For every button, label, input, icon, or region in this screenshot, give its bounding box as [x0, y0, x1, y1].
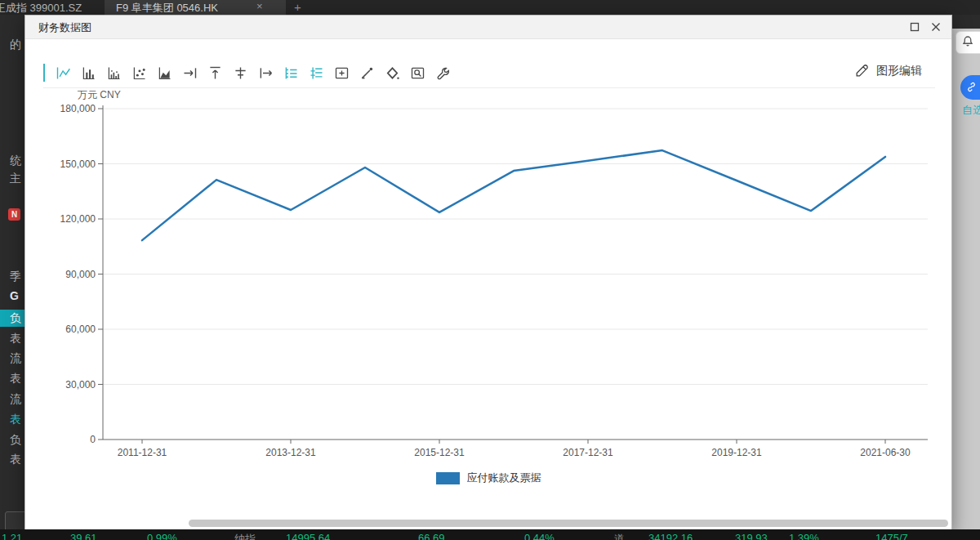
svg-text:0: 0 — [90, 434, 96, 445]
dialog-titlebar[interactable]: 财务数据图 — [25, 16, 951, 39]
add-panel-icon-button[interactable] — [332, 62, 353, 83]
link-share-pill[interactable] — [960, 75, 980, 100]
finance-data-chart-dialog: 财务数据图 — [24, 15, 952, 533]
tab-fufeng-0546[interactable]: F9 阜丰集团 0546.HK × — [105, 0, 286, 15]
svg-text:2015-12-31: 2015-12-31 — [414, 447, 465, 458]
scatter-chart-icon-button[interactable] — [129, 62, 150, 83]
graph-edit-label: 图形编辑 — [876, 64, 922, 78]
close-button[interactable] — [927, 19, 945, 35]
sidebar-partial-item[interactable]: 表 — [10, 332, 21, 346]
settings-wrench-icon-button[interactable] — [433, 62, 454, 83]
svg-text:2019-12-31: 2019-12-31 — [711, 447, 762, 458]
sidebar-partial-item[interactable]: N — [8, 208, 20, 221]
zoom-area-icon-button[interactable] — [408, 62, 429, 83]
legend-swatch — [436, 472, 460, 484]
status-item: 34192.16 — [648, 532, 693, 540]
finance-chart[interactable]: 030,00060,00090,000120,000150,000180,000… — [25, 83, 953, 524]
legend-style-2-icon — [308, 65, 325, 82]
sidebar-partial-item[interactable]: 表 — [10, 453, 21, 467]
legend-label: 应付账款及票据 — [467, 471, 541, 485]
sidebar-partial-item[interactable]: 表 — [10, 413, 21, 427]
status-item: 道 — [614, 532, 625, 540]
graph-edit-button[interactable]: 图形编辑 — [854, 63, 922, 78]
sidebar-partial-item[interactable]: 统 — [10, 154, 21, 168]
pencil-edit-icon — [854, 63, 870, 78]
center-axis-icon — [232, 65, 249, 82]
maximize-button[interactable] — [906, 19, 924, 35]
sidebar-partial-item[interactable]: 流 — [10, 351, 21, 366]
shift-right-alt-icon-button[interactable] — [256, 62, 277, 83]
watchlist-label[interactable]: 自选 — [962, 103, 980, 118]
legend-style-1-icon — [283, 65, 300, 82]
trend-line-icon — [359, 65, 376, 82]
tab-index-399001[interactable]: 正成指 399001.SZ — [0, 1, 82, 15]
fill-style-icon-button[interactable] — [382, 62, 403, 83]
shift-right-alt-icon — [257, 65, 274, 82]
status-item: 1.21 — [2, 532, 22, 540]
line-chart-icon-button[interactable] — [53, 62, 74, 83]
sidebar-partial-item[interactable]: 流 — [10, 392, 21, 407]
svg-text:2017-12-31: 2017-12-31 — [563, 447, 613, 458]
svg-text:2013-12-31: 2013-12-31 — [265, 447, 316, 458]
fill-style-icon — [384, 65, 401, 82]
status-item: 39.61 — [70, 532, 97, 540]
svg-text:180,000: 180,000 — [60, 103, 96, 114]
status-item: 0.99% — [147, 532, 177, 540]
legend-style-1-icon-button[interactable] — [281, 62, 302, 83]
svg-text:2021-06-30: 2021-06-30 — [860, 447, 911, 458]
shift-right-icon — [181, 65, 198, 82]
sidebar-partial-item[interactable]: G — [10, 289, 19, 302]
zoom-area-icon — [409, 65, 426, 82]
sidebar-partial-item[interactable]: 的 — [10, 38, 21, 52]
status-item: 0.44% — [524, 532, 555, 540]
sidebar-partial-item[interactable]: 季 — [10, 270, 21, 284]
svg-text:120,000: 120,000 — [60, 213, 96, 225]
chart-legend[interactable]: 应付账款及票据 — [25, 471, 951, 487]
svg-text:90,000: 90,000 — [65, 269, 96, 280]
area-chart-icon — [156, 65, 173, 82]
line-chart-icon — [55, 65, 72, 82]
svg-text:60,000: 60,000 — [65, 324, 96, 335]
bar-chart-dense-icon-button[interactable] — [104, 62, 125, 83]
status-item: 66.69 — [418, 532, 445, 540]
status-item: 1.39% — [789, 532, 819, 540]
market-status-bar: 1.2139.610.99%纳指14995.6466.690.44%道34192… — [0, 529, 980, 540]
bar-chart-icon — [80, 65, 97, 82]
horizontal-scrollbar-thumb[interactable] — [189, 520, 948, 527]
trend-line-icon-button[interactable] — [357, 62, 378, 83]
status-item: 1475/7 — [875, 532, 908, 540]
svg-text:2011-12-31: 2011-12-31 — [118, 447, 167, 458]
screen: { "app": { "tab_bar": { "tabs": [ { "lab… — [0, 0, 980, 540]
new-tab-button[interactable]: + — [294, 0, 301, 14]
shift-up-icon — [207, 65, 224, 82]
area-chart-icon-button[interactable] — [154, 62, 176, 83]
add-panel-icon — [333, 65, 350, 82]
wrench-icon — [434, 65, 452, 82]
notifications-pill[interactable] — [956, 31, 980, 54]
tab-close-icon[interactable]: × — [256, 0, 263, 12]
bell-icon — [960, 34, 975, 49]
status-item: 319.93 — [735, 532, 768, 540]
chain-link-icon — [965, 81, 978, 93]
scatter-chart-icon — [131, 65, 148, 82]
sidebar-partial-item[interactable]: 负 — [10, 433, 21, 448]
sidebar-partial-item[interactable]: 主 — [10, 172, 21, 186]
close-icon — [931, 22, 941, 32]
status-item: 14995.64 — [286, 532, 330, 540]
shift-right-icon-button[interactable] — [180, 62, 201, 83]
app-tab-bar: 正成指 399001.SZ F9 阜丰集团 0546.HK × + — [0, 0, 980, 15]
center-axis-icon-button[interactable] — [230, 62, 252, 83]
shift-up-icon-button[interactable] — [205, 62, 226, 83]
dialog-title: 财务数据图 — [38, 20, 91, 35]
sidebar-partial-item[interactable]: 表 — [10, 372, 21, 386]
svg-text:150,000: 150,000 — [60, 158, 96, 170]
bar-chart-dense-icon — [105, 65, 122, 82]
legend-style-2-icon-button[interactable] — [306, 62, 327, 83]
bar-chart-icon-button[interactable] — [78, 62, 100, 83]
status-item: 纳指 — [234, 532, 256, 540]
svg-text:30,000: 30,000 — [65, 379, 96, 390]
maximize-icon — [910, 22, 920, 32]
toolbar-accent-rule — [43, 64, 45, 82]
